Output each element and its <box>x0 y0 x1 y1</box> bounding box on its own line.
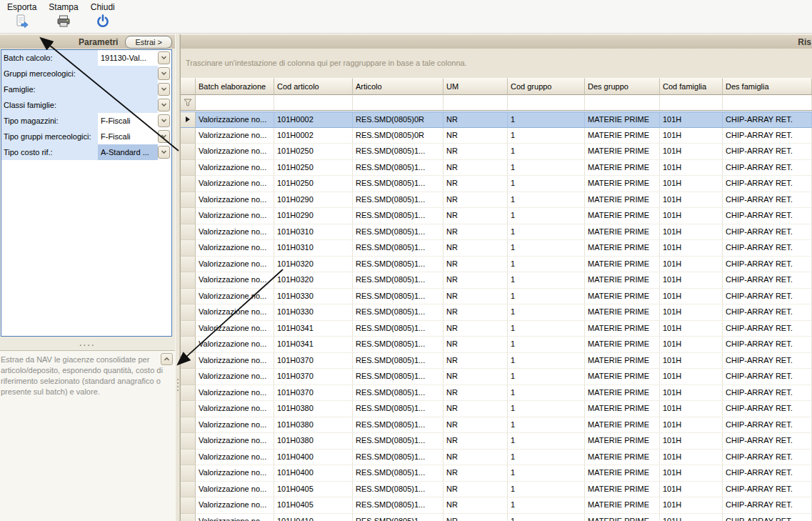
table-row[interactable]: Valorizzazione no...101H0002RES.SMD(0805… <box>181 111 812 128</box>
grid-cell[interactable]: 1 <box>508 160 585 177</box>
grid-cell[interactable]: 101H0405 <box>274 497 353 514</box>
table-row[interactable]: Valorizzazione no...101H0002RES.SMD(0805… <box>181 128 812 144</box>
grid-cell[interactable]: 101H0250 <box>274 144 353 160</box>
grid-cell[interactable]: Valorizzazione no... <box>196 208 274 224</box>
grid-cell[interactable]: 101H <box>660 304 723 321</box>
table-row[interactable]: Valorizzazione no...101H0370RES.SMD(0805… <box>181 353 812 369</box>
row-indicator[interactable] <box>181 433 196 450</box>
grid-cell[interactable]: 101H <box>660 176 723 192</box>
grid-cell[interactable]: 101H0370 <box>274 385 353 402</box>
grid-cell[interactable]: Valorizzazione no... <box>196 128 274 144</box>
grid-cell[interactable]: Valorizzazione no... <box>196 514 274 521</box>
grid-cell[interactable]: NR <box>443 272 508 289</box>
field-value[interactable] <box>98 66 158 81</box>
grid-cell[interactable]: RES.SMD(0805)1... <box>353 272 443 289</box>
grid-cell[interactable]: RES.SMD(0805)1... <box>353 257 443 273</box>
table-row[interactable]: Valorizzazione no...101H0380RES.SMD(0805… <box>181 417 812 434</box>
grid-cell[interactable]: NR <box>443 417 508 434</box>
grid-cell[interactable]: CHIP-ARRAY RET. <box>723 240 812 257</box>
grid-cell[interactable]: MATERIE PRIME <box>585 304 660 321</box>
grid-cell[interactable]: 101H0410 <box>274 514 353 521</box>
table-row[interactable]: Valorizzazione no...101H0290RES.SMD(0805… <box>181 208 812 224</box>
grid-cell[interactable]: RES.SMD(0805)1... <box>353 353 443 369</box>
row-indicator[interactable] <box>181 417 196 434</box>
grid-cell[interactable]: 1 <box>508 304 585 321</box>
grid-cell[interactable]: 101H <box>660 289 723 305</box>
grid-cell[interactable]: MATERIE PRIME <box>585 369 660 385</box>
grid-cell[interactable]: Valorizzazione no... <box>196 465 274 482</box>
grid-cell[interactable]: MATERIE PRIME <box>585 192 660 209</box>
grid-cell[interactable]: RES.SMD(0805)1... <box>353 160 443 177</box>
row-indicator[interactable] <box>181 208 196 224</box>
grid-cell[interactable]: MATERIE PRIME <box>585 337 660 353</box>
table-row[interactable]: Valorizzazione no...101H0250RES.SMD(0805… <box>181 176 812 192</box>
grid-cell[interactable]: CHIP-ARRAY RET. <box>723 192 812 209</box>
column-header[interactable]: Batch elaborazione <box>196 78 274 95</box>
grid-cell[interactable]: 1 <box>508 289 585 305</box>
grid-cell[interactable]: Valorizzazione no... <box>196 321 274 337</box>
grid-cell[interactable]: CHIP-ARRAY RET. <box>723 417 812 434</box>
grid-cell[interactable]: RES.SMD(0805)1... <box>353 497 443 514</box>
grid-cell[interactable]: MATERIE PRIME <box>585 160 660 177</box>
grid-cell[interactable]: 101H0310 <box>274 224 353 241</box>
grid-cell[interactable]: NR <box>443 160 508 177</box>
grid-cell[interactable]: 1 <box>508 385 585 402</box>
grid-cell[interactable]: RES.SMD(0805)1... <box>353 385 443 402</box>
dropdown-button[interactable] <box>158 99 170 111</box>
row-indicator[interactable] <box>181 160 196 177</box>
dropdown-button[interactable] <box>158 83 170 96</box>
row-indicator[interactable] <box>181 450 196 466</box>
grid-cell[interactable]: NR <box>443 353 508 369</box>
row-indicator[interactable] <box>181 514 196 521</box>
column-header[interactable]: Cod gruppo <box>508 78 585 95</box>
grid-cell[interactable]: 101H0341 <box>274 337 353 353</box>
grid-cell[interactable]: NR <box>443 433 508 450</box>
table-row[interactable]: Valorizzazione no...101H0250RES.SMD(0805… <box>181 144 812 160</box>
grid-cell[interactable]: 101H <box>660 337 723 353</box>
grid-cell[interactable]: Valorizzazione no... <box>196 450 274 466</box>
grid-cell[interactable]: Valorizzazione no... <box>196 353 274 369</box>
grid-cell[interactable]: RES.SMD(0805)1... <box>353 337 443 353</box>
toolbar-button-esporta[interactable]: Esporta <box>4 1 39 30</box>
table-row[interactable]: Valorizzazione no...101H0320RES.SMD(0805… <box>181 257 812 273</box>
grid-cell[interactable]: 101H <box>660 514 723 521</box>
grid-cell[interactable]: NR <box>443 337 508 353</box>
table-row[interactable]: Valorizzazione no...101H0310RES.SMD(0805… <box>181 224 812 241</box>
table-row[interactable]: Valorizzazione no...101H0405RES.SMD(0805… <box>181 497 812 514</box>
grid-cell[interactable]: 1 <box>508 337 585 353</box>
grid-cell[interactable]: RES.SMD(0805)1... <box>353 321 443 337</box>
grid-cell[interactable]: 101H0380 <box>274 417 353 434</box>
grid-cell[interactable]: NR <box>443 514 508 521</box>
table-row[interactable]: Valorizzazione no...101H0310RES.SMD(0805… <box>181 240 812 257</box>
grid-cell[interactable]: 1 <box>508 208 585 224</box>
grid-cell[interactable]: 101H0330 <box>274 304 353 321</box>
filter-cell[interactable] <box>585 95 660 110</box>
filter-cell[interactable] <box>196 95 274 110</box>
table-row[interactable]: Valorizzazione no...101H0400RES.SMD(0805… <box>181 450 812 466</box>
grid-cell[interactable]: NR <box>443 304 508 321</box>
row-indicator[interactable] <box>181 497 196 514</box>
grid-cell[interactable]: NR <box>443 111 508 128</box>
table-row[interactable]: Valorizzazione no...101H0330RES.SMD(0805… <box>181 289 812 305</box>
grid-cell[interactable]: Valorizzazione no... <box>196 176 274 192</box>
grid-cell[interactable]: RES.SMD(0805)1... <box>353 176 443 192</box>
filter-cell[interactable] <box>353 95 443 110</box>
grid-cell[interactable]: Valorizzazione no... <box>196 272 274 289</box>
row-indicator[interactable] <box>181 465 196 482</box>
grid-cell[interactable]: 1 <box>508 369 585 385</box>
table-row[interactable]: Valorizzazione no...101H0405RES.SMD(0805… <box>181 482 812 498</box>
grid-cell[interactable]: NR <box>443 497 508 514</box>
row-indicator[interactable] <box>181 321 196 337</box>
grid-cell[interactable]: 1 <box>508 192 585 209</box>
grid-cell[interactable]: 101H <box>660 321 723 337</box>
grid-cell[interactable]: 101H <box>660 353 723 369</box>
vertical-splitter[interactable] <box>175 34 180 521</box>
grid-cell[interactable]: RES.SMD(0805)1... <box>353 369 443 385</box>
grid-cell[interactable]: CHIP-ARRAY RET. <box>723 321 812 337</box>
grid-cell[interactable]: Valorizzazione no... <box>196 257 274 273</box>
grid-cell[interactable]: Valorizzazione no... <box>196 369 274 385</box>
grid-cell[interactable]: 1 <box>508 224 585 241</box>
table-row[interactable]: Valorizzazione no...101H0380RES.SMD(0805… <box>181 433 812 450</box>
grid-cell[interactable]: CHIP-ARRAY RET. <box>723 497 812 514</box>
grid-cell[interactable]: NR <box>443 465 508 482</box>
